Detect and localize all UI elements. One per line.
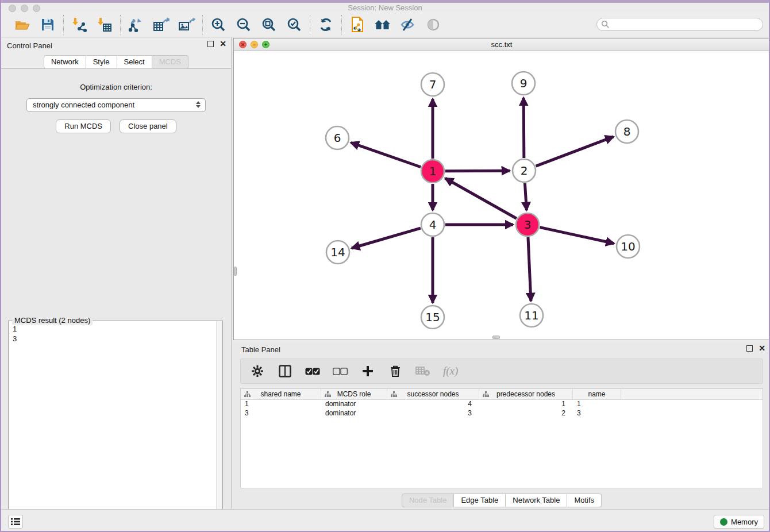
cell-name[interactable]: 3 [573,409,621,418]
zoom-out-icon[interactable] [235,16,252,33]
graph-node-label: 9 [520,76,528,90]
status-bar: Memory [1,509,769,532]
list-icon [11,518,20,526]
tab-network-table[interactable]: Network Table [506,494,567,507]
result-scrollbar[interactable] [216,321,222,532]
close-panel-button[interactable]: Close panel [120,119,176,133]
cell-MCDS-role[interactable]: dominator [321,409,387,418]
edge-2-9[interactable] [523,98,524,158]
control-panel-title: Control Panel [7,41,52,50]
mcds-result-line: 3 [13,334,214,344]
network-view-window: ✕ − + scc.txt 7968124314101511 [233,38,770,340]
mcds-result-fieldset: MCDS result (2 nodes) 13 [8,321,223,532]
open-session-icon[interactable] [14,16,31,33]
hide-selected-icon[interactable] [399,16,417,33]
cell-shared-name[interactable]: 1 [241,400,321,409]
edge-3-1[interactable] [445,178,517,218]
delete-column-icon[interactable] [388,364,403,379]
control-panel: Control Panel ✕ NetworkStyleSelectMCDS O… [1,37,232,509]
create-column-icon[interactable] [360,364,375,379]
edge-2-8[interactable] [536,137,614,166]
edge-1-6[interactable] [351,142,421,167]
cell-MCDS-role[interactable]: dominator [321,400,387,409]
network-graph[interactable]: 7968124314101511 [234,51,769,340]
network-window-titlebar[interactable]: ✕ − + scc.txt [234,38,769,51]
unselect-all-columns-icon[interactable] [333,364,348,379]
cell-successor-nodes[interactable]: 4 [387,400,479,409]
tab-mcds[interactable]: MCDS [152,55,188,69]
criterion-select[interactable]: strongly connected component [26,98,206,112]
import-network-icon[interactable] [71,16,88,33]
select-all-columns-icon[interactable] [305,364,320,379]
export-image-icon[interactable] [178,16,195,33]
main-toolbar [1,12,769,37]
table-panel-title: Table Panel [241,345,280,354]
column-header-label: shared name [260,390,301,398]
task-history-button[interactable] [8,515,23,529]
save-session-icon[interactable] [39,16,56,33]
column-header-predecessor-nodes[interactable]: predecessor nodes [479,389,573,399]
zoom-in-icon[interactable] [210,16,227,33]
tab-select[interactable]: Select [117,55,152,69]
shared-column-icon [244,391,251,398]
criterion-selected-value: strongly connected component [33,101,134,109]
control-panel-tabs: NetworkStyleSelectMCDS [1,55,231,69]
run-mcds-button[interactable]: Run MCDS [56,119,111,133]
column-header-label: predecessor nodes [496,390,555,398]
import-table-icon[interactable] [96,16,113,33]
memory-button[interactable]: Memory [714,515,764,529]
tab-style[interactable]: Style [86,55,117,69]
zoom-selected-icon[interactable] [286,16,303,33]
table-row[interactable]: 3dominator323 [241,409,763,418]
tab-network[interactable]: Network [44,55,86,69]
clone-network-icon[interactable] [349,16,366,33]
window-title: Session: New Session [1,3,769,12]
table-settings-gear-icon[interactable] [250,364,265,379]
graph-node-label: 2 [521,164,528,178]
first-neighbors-icon[interactable] [374,16,391,33]
graph-node-label: 15 [425,310,440,324]
edge-2-3[interactable] [525,183,526,210]
shared-column-icon [391,391,397,398]
tab-motifs[interactable]: Motifs [567,494,602,507]
table-row[interactable]: 1dominator411 [241,400,763,409]
column-header-shared-name[interactable]: shared name [241,389,321,399]
close-table-panel-icon[interactable]: ✕ [759,345,765,352]
column-header-name[interactable]: name [573,389,621,399]
column-header-MCDS-role[interactable]: MCDS role [321,389,387,399]
edge-4-14[interactable] [352,228,421,248]
network-canvas[interactable]: 7968124314101511 [234,51,769,340]
delete-table-icon-disabled [415,364,430,379]
cell-predecessor-nodes[interactable]: 2 [479,409,573,418]
show-column-panel-icon[interactable] [278,364,292,379]
canvas-vertical-scrollbar[interactable] [234,267,237,276]
search-icon [601,20,610,31]
edge-3-11[interactable] [528,237,531,301]
cell-name[interactable]: 1 [573,400,621,409]
tab-node-table[interactable]: Node Table [402,494,455,507]
mcds-tab-content: Optimization criterion: strongly connect… [1,68,231,509]
zoom-fit-icon[interactable] [260,16,278,33]
canvas-horizontal-scrollbar[interactable] [492,336,500,339]
search-input[interactable] [596,18,763,31]
mcds-result-text[interactable]: 13 [9,321,222,532]
tab-edge-table[interactable]: Edge Table [454,494,506,507]
edge-1-2[interactable] [445,171,510,171]
export-network-icon[interactable] [128,16,145,33]
export-table-icon[interactable] [153,16,170,33]
float-table-panel-icon[interactable] [746,345,753,352]
mcds-result-line: 1 [13,324,214,334]
edge-3-10[interactable] [540,228,614,244]
cell-predecessor-nodes[interactable]: 1 [479,400,573,409]
cell-successor-nodes[interactable]: 3 [387,409,479,418]
float-panel-icon[interactable] [207,41,214,47]
close-panel-icon[interactable]: ✕ [220,41,226,47]
table-toolbar: f(x) [240,358,763,384]
show-all-icon-disabled [425,16,442,33]
column-header-label: successor nodes [407,390,459,398]
graph-node-label: 7 [429,78,437,91]
column-header-successor-nodes[interactable]: successor nodes [387,389,479,399]
cell-shared-name[interactable]: 3 [241,409,321,418]
memory-label: Memory [731,518,758,526]
refresh-icon[interactable] [317,16,334,33]
